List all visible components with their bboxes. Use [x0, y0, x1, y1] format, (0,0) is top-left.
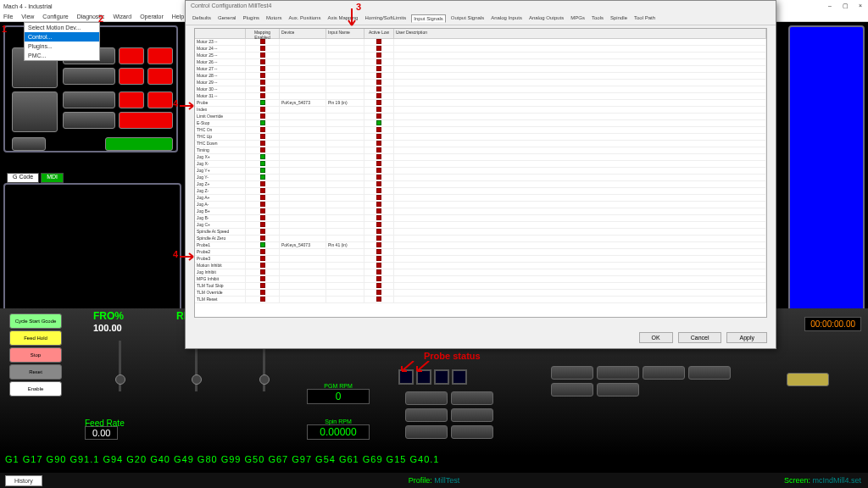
signal-row[interactable]: Jog Z- — [195, 188, 766, 195]
close-button[interactable]: × — [856, 3, 865, 9]
signal-row[interactable]: Probe1PoKeys_54073Pin 41 (in) — [195, 242, 766, 249]
cancel-button[interactable]: Cancel — [678, 332, 722, 343]
signal-row[interactable]: ProbePoKeys_54073Pin 19 (in) — [195, 100, 766, 107]
menu-operator[interactable]: Operator — [140, 14, 164, 19]
signal-row[interactable]: Probe3 — [195, 256, 766, 263]
config-tab[interactable]: Analog Inputs — [489, 14, 524, 23]
control-button[interactable] — [451, 408, 493, 422]
signal-row[interactable]: Motor 26 -- — [195, 59, 766, 66]
control-button[interactable] — [597, 366, 639, 380]
signal-row[interactable]: Jog X+ — [195, 154, 766, 161]
control-button[interactable] — [597, 383, 639, 396]
signal-row[interactable]: Jog Z+ — [195, 181, 766, 188]
config-tab[interactable]: Plugins — [241, 14, 261, 23]
maximize-button[interactable]: ▢ — [841, 3, 849, 9]
signal-row[interactable]: Motor 31 -- — [195, 93, 766, 100]
menu-configure[interactable]: Configure — [42, 14, 68, 19]
config-tab[interactable]: Analog Outputs — [527, 14, 565, 23]
config-tab[interactable]: Motors — [264, 14, 283, 23]
config-tab[interactable]: Input Signals — [411, 14, 446, 23]
panel-button[interactable] — [63, 92, 115, 108]
signal-row[interactable]: TLM Override — [195, 290, 766, 297]
cycle-start-button[interactable]: Cycle Start Gcode — [9, 313, 62, 329]
control-button[interactable] — [405, 425, 448, 439]
signal-row[interactable]: THC Up — [195, 134, 766, 141]
control-button[interactable] — [643, 366, 685, 380]
control-button[interactable] — [688, 366, 731, 380]
signal-row[interactable]: Jog B+ — [195, 208, 766, 215]
tab-mdi[interactable]: MDI — [41, 173, 64, 183]
config-tab[interactable]: General — [216, 14, 237, 23]
panel-button-red[interactable] — [119, 47, 144, 64]
config-tab[interactable]: Aux. Positions — [287, 14, 322, 23]
panel-button-green[interactable] — [105, 137, 173, 151]
control-button[interactable] — [551, 383, 593, 396]
menu-wizard[interactable]: Wizard — [113, 14, 131, 19]
signal-row[interactable]: Jog Inhibit — [195, 269, 766, 276]
signal-row[interactable]: Jog C+ — [195, 222, 766, 229]
control-button[interactable] — [405, 408, 448, 422]
signal-row[interactable]: Motor 30 -- — [195, 86, 766, 93]
control-button[interactable] — [787, 373, 829, 386]
panel-button-red[interactable] — [119, 112, 173, 129]
signal-row[interactable]: Motor 23 -- — [195, 39, 766, 46]
signal-row[interactable]: THC On — [195, 127, 766, 134]
history-button[interactable]: History — [5, 475, 42, 486]
panel-button-red[interactable] — [147, 92, 173, 108]
menu-help[interactable]: Help — [172, 14, 184, 19]
signal-row[interactable]: Jog Y+ — [195, 168, 766, 175]
enable-button[interactable]: Enable — [9, 381, 62, 396]
signal-row[interactable]: Motor 25 -- — [195, 53, 766, 59]
minimize-button[interactable]: – — [826, 3, 834, 9]
config-tab[interactable]: Defaults — [191, 14, 213, 23]
panel-button-red[interactable] — [119, 92, 144, 108]
stop-button[interactable]: Stop — [9, 347, 62, 363]
dropdown-control[interactable]: Control... — [25, 32, 99, 42]
signal-row[interactable]: Motion Inhibit — [195, 263, 766, 269]
ok-button[interactable]: OK — [639, 332, 673, 343]
config-tab[interactable]: Output Signals — [449, 14, 486, 23]
reset-button[interactable]: Reset — [9, 364, 62, 380]
menu-file[interactable]: File — [3, 14, 13, 19]
signal-row[interactable]: Spindle At Speed — [195, 229, 766, 236]
panel-button[interactable] — [63, 68, 115, 85]
signal-row[interactable]: Limit Override — [195, 114, 766, 120]
config-tab[interactable]: Homing/SoftLimits — [363, 14, 408, 23]
panel-button[interactable] — [63, 112, 115, 129]
fro-slider[interactable] — [119, 341, 121, 391]
signal-row[interactable]: TLM Tool Skip — [195, 283, 766, 290]
signal-row[interactable]: Motor 28 -- — [195, 73, 766, 80]
signal-row[interactable]: TLM Reset — [195, 297, 766, 303]
menu-view[interactable]: View — [21, 14, 34, 19]
control-button[interactable] — [451, 391, 493, 405]
panel-button[interactable] — [12, 137, 46, 151]
signal-row[interactable]: Timing — [195, 147, 766, 154]
config-tab[interactable]: Spindle — [609, 14, 629, 23]
control-button[interactable] — [551, 366, 593, 380]
signal-row[interactable]: Index — [195, 107, 766, 114]
control-button[interactable] — [405, 391, 448, 405]
signal-row[interactable]: Motor 27 -- — [195, 66, 766, 73]
signal-row[interactable]: E-Stop — [195, 120, 766, 127]
config-tab[interactable]: Tool Path — [632, 14, 657, 23]
panel-button-red[interactable] — [119, 68, 144, 85]
signal-row[interactable]: Jog A- — [195, 202, 766, 208]
control-button[interactable] — [451, 425, 493, 439]
signal-row[interactable]: THC Down — [195, 141, 766, 147]
tab-gcode[interactable]: G Code — [7, 173, 39, 183]
signal-row[interactable]: Jog Y- — [195, 175, 766, 181]
config-tab[interactable]: MPGs — [569, 14, 587, 23]
signal-row[interactable]: Spindle At Zero — [195, 236, 766, 242]
signal-row[interactable]: Motor 29 -- — [195, 80, 766, 86]
signal-row[interactable]: Jog X- — [195, 161, 766, 168]
apply-button[interactable]: Apply — [726, 332, 767, 343]
panel-button-red[interactable] — [147, 47, 173, 64]
signal-row[interactable]: Probe2 — [195, 249, 766, 256]
dropdown-plugins[interactable]: Plugins... — [25, 42, 99, 51]
panel-button[interactable] — [12, 92, 58, 132]
dropdown-pmc[interactable]: PMC... — [25, 51, 99, 60]
feed-hold-button[interactable]: Feed Hold — [9, 330, 62, 346]
signal-row[interactable]: Motor 24 -- — [195, 46, 766, 53]
panel-button-red[interactable] — [147, 68, 173, 85]
config-tab[interactable]: Tools — [590, 14, 605, 23]
